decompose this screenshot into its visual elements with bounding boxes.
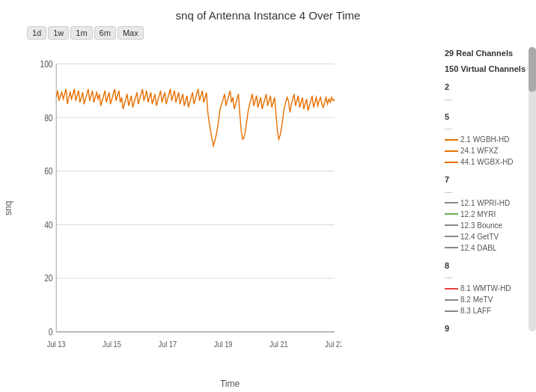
x-axis-label: Time (21, 379, 439, 389)
legend-item-label: 2.1 WGBH-HD (460, 134, 510, 145)
legend-color-swatch (445, 299, 458, 301)
legend-color-swatch (445, 247, 458, 248)
legend-item-3-2: 8.3 LAFF (445, 305, 536, 316)
legend-color-swatch (445, 139, 458, 141)
legend-group-num-3: 8 (445, 260, 536, 272)
legend-item-3-1: 8.2 MeTV (445, 294, 536, 305)
legend-group-num-4: 9 (445, 322, 536, 335)
legend-color-swatch (445, 236, 458, 237)
legend-item-1-1: 24.1 WFXZ (445, 145, 536, 156)
legend-item-label: 12.2 MYRI (460, 209, 496, 220)
chart-title: snq of Antenna Instance 4 Over Time (176, 9, 361, 22)
legend-item-label: 12.3 Bounce (460, 220, 502, 231)
legend-item-label: 8.1 WMTW-HD (460, 283, 511, 294)
legend-dash-1: --- (445, 123, 536, 134)
legend-item-1-2: 44.1 WGBX-HD (445, 156, 536, 168)
legend-group-num-0: 2 (445, 81, 536, 94)
time-button-1m[interactable]: 1m (70, 26, 92, 40)
main-chart-svg: 0 20 40 60 80 100 Jul 13 2020 Jul 15 Jul… (28, 47, 341, 349)
time-button-6m[interactable]: 6m (94, 26, 116, 40)
legend-item-2-1: 12.2 MYRI (445, 209, 536, 220)
legend-item-label: 12.1 WPRI-HD (460, 197, 510, 209)
svg-text:Jul 13: Jul 13 (47, 340, 66, 349)
y-axis-label: snq (0, 25, 21, 392)
legend-color-swatch (445, 288, 458, 290)
time-button-1w[interactable]: 1w (48, 26, 69, 40)
legend-item-2-2: 12.3 Bounce (445, 220, 536, 231)
legend-color-swatch (445, 213, 458, 215)
legend-item-2-3: 12.4 GetTV (445, 231, 536, 242)
chart-container: snq of Antenna Instance 4 Over Time snq … (0, 0, 536, 392)
legend-group-num-2: 7 (445, 174, 536, 186)
svg-text:80: 80 (44, 113, 52, 123)
time-button-1d[interactable]: 1d (27, 26, 46, 40)
legend-dash-0: --- (445, 94, 536, 105)
legend-item-label: 8.3 LAFF (460, 305, 491, 316)
svg-text:0: 0 (49, 327, 53, 337)
chart-body: snq 1d1w1m6mMax 0 20 (0, 25, 536, 392)
legend-header-real: 29 Real Channels (445, 47, 536, 60)
svg-text:Jul 19: Jul 19 (214, 340, 233, 349)
svg-text:Jul 23: Jul 23 (325, 340, 341, 349)
legend-group-num-1: 5 (445, 111, 536, 123)
legend-item-1-0: 2.1 WGBH-HD (445, 134, 536, 145)
scrollbar-thumb[interactable] (529, 47, 536, 92)
legend-item-3-0: 8.1 WMTW-HD (445, 283, 536, 294)
time-buttons: 1d1w1m6mMax (27, 26, 144, 40)
svg-text:60: 60 (44, 166, 52, 176)
time-button-max[interactable]: Max (118, 26, 144, 40)
legend-item-label: 12.4 GetTV (460, 231, 499, 242)
legend-color-swatch (445, 224, 458, 226)
chart-inner: 1d1w1m6mMax 0 20 40 60 (21, 25, 439, 392)
svg-text:Jul 15: Jul 15 (103, 340, 121, 349)
legend-item-label: 24.1 WFXZ (460, 145, 499, 156)
svg-text:40: 40 (44, 220, 52, 230)
legend-item-label: 12.4 DABL (460, 242, 496, 254)
legend-color-swatch (445, 202, 458, 203)
legend-item-label: 8.2 MeTV (460, 294, 493, 305)
svg-text:Jul 21: Jul 21 (269, 340, 288, 349)
legend-color-swatch (445, 150, 458, 152)
legend-item-label: 44.1 WGBX-HD (460, 156, 514, 168)
legend-dash-3: --- (445, 272, 536, 283)
svg-text:20: 20 (44, 274, 52, 284)
legend-item-2-0: 12.1 WPRI-HD (445, 197, 536, 209)
svg-text:Jul 17: Jul 17 (158, 340, 177, 349)
legend-color-swatch (445, 310, 458, 312)
legend-item-2-4: 12.4 DABL (445, 242, 536, 254)
scrollbar[interactable] (529, 47, 536, 331)
svg-text:100: 100 (40, 59, 52, 69)
plot-area: 0 20 40 60 80 100 Jul 13 2020 Jul 15 Jul… (28, 47, 341, 349)
legend-panel: 29 Real Channels150 Virtual Channels2---… (439, 25, 536, 339)
legend-header-virtual: 150 Virtual Channels (445, 63, 536, 76)
legend-dash-2: --- (445, 186, 536, 197)
legend-color-swatch (445, 162, 458, 163)
